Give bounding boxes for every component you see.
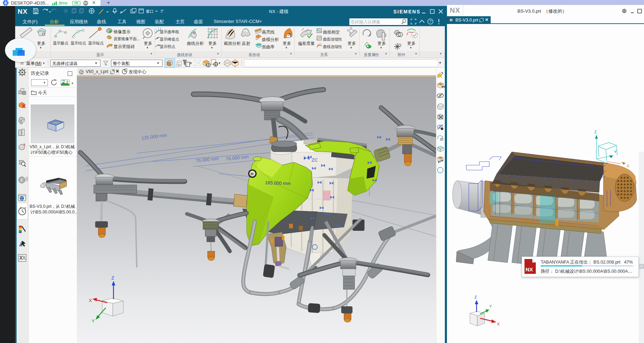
svg-text:76.000 mm: 76.000 mm	[226, 154, 249, 162]
svg-text:Y: Y	[614, 150, 617, 154]
svg-text:▾: ▾	[72, 82, 73, 85]
svg-text:NX: NX	[526, 266, 533, 272]
svg-text:125.000 mm: 125.000 mm	[141, 132, 167, 141]
svg-text:Z: Z	[594, 130, 597, 134]
svg-text:?: ?	[429, 19, 431, 24]
svg-text:▾: ▾	[219, 61, 220, 65]
svg-text:Z: Z	[474, 295, 477, 299]
svg-text:X: X	[89, 298, 92, 303]
svg-text:Z: Z	[111, 275, 114, 281]
svg-text:Y: Y	[92, 318, 95, 324]
svg-text:X: X	[497, 322, 500, 326]
svg-text:76.000 mm: 76.000 mm	[196, 156, 219, 163]
svg-text:▾: ▾	[190, 61, 192, 65]
svg-text:i: i	[21, 177, 22, 183]
svg-text:Y: Y	[489, 304, 492, 308]
svg-text:窗口: 窗口	[146, 9, 154, 13]
svg-text:H: H	[251, 172, 253, 176]
svg-text:ZC: ZC	[312, 157, 318, 163]
svg-text:X: X	[627, 164, 630, 168]
svg-text:165.000 mm: 165.000 mm	[265, 180, 291, 186]
